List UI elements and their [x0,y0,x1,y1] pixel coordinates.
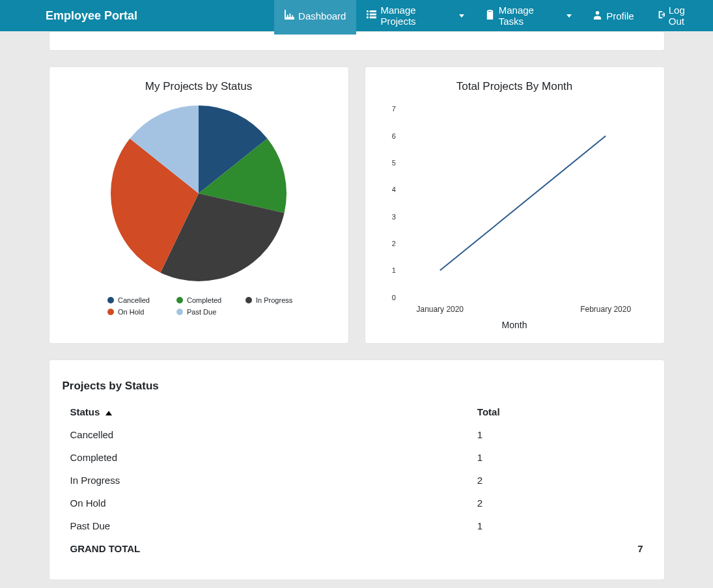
y-tick-label: 3 [391,213,395,221]
cell-total: 2 [469,469,651,492]
legend-label: Past Due [187,308,216,316]
table-row[interactable]: On Hold2 [63,492,651,514]
chevron-down-icon [566,14,572,18]
legend-item-in-progress[interactable]: In Progress [245,296,298,304]
pie-card: My Projects by Status CancelledCompleted… [49,66,349,344]
line-chart[interactable]: 01234567January 2020February 2020 [378,102,651,317]
clipboard-check-icon [485,10,495,21]
y-tick-label: 4 [391,186,395,193]
legend-label: In Progress [256,296,292,304]
nav-label: Manage Projects [380,5,452,27]
cell-status: In Progress [63,469,469,492]
cell-status: Cancelled [63,423,469,446]
nav-item-profile[interactable]: Profile [582,0,645,35]
legend-item-past-due[interactable]: Past Due [176,308,229,316]
nav-items: DashboardManage ProjectsManage TasksProf… [274,0,713,35]
cell-status: Past Due [63,514,469,537]
sign-out-icon [655,10,665,21]
table-card: Projects by Status Status Total Cancelle… [49,359,665,580]
table-row[interactable]: Past Due1 [63,514,651,537]
table-footer-row: GRAND TOTAL 7 [63,537,651,560]
y-tick-label: 5 [391,159,395,167]
cell-total: 1 [469,423,651,446]
nav-label: Log Out [669,5,703,27]
projects-table: Status Total Cancelled1Completed1In Prog… [63,400,651,560]
legend-label: Completed [187,296,221,304]
footer-label: GRAND TOTAL [63,537,469,560]
nav-label: Profile [606,10,634,21]
line-series[interactable] [440,136,605,271]
legend-swatch [176,297,183,303]
table-row[interactable]: Completed1 [63,446,651,469]
list-icon [367,10,376,21]
y-tick-label: 1 [391,266,395,274]
legend-item-on-hold[interactable]: On Hold [107,308,160,316]
col-status-header[interactable]: Status [63,400,469,423]
x-tick-label: January 2020 [416,305,464,314]
x-tick-label: February 2020 [580,305,631,314]
col-status-label: Status [70,406,100,417]
col-total-header[interactable]: Total [469,400,651,423]
nav-item-manage-tasks[interactable]: Manage Tasks [475,0,582,35]
legend-label: Cancelled [118,296,150,304]
y-tick-label: 7 [391,105,395,113]
table-title: Projects by Status [63,380,651,393]
cell-total: 1 [469,514,651,537]
navbar: Employee Portal DashboardManage Projects… [0,0,713,31]
y-tick-label: 2 [391,240,395,247]
chart-line-icon [285,10,294,21]
brand-title[interactable]: Employee Portal [7,9,176,23]
legend-item-completed[interactable]: Completed [176,296,229,304]
legend-swatch [107,309,114,315]
legend-swatch [245,297,252,303]
legend-item-cancelled[interactable]: Cancelled [107,296,160,304]
nav-item-manage-projects[interactable]: Manage Projects [356,0,474,35]
line-chart-title: Total Projects By Month [378,80,651,93]
legend-swatch [107,297,114,303]
legend-swatch [176,309,183,315]
cell-status: Completed [63,446,469,469]
pie-chart-title: My Projects by Status [63,80,335,93]
cell-total: 2 [469,492,651,514]
cell-total: 1 [469,446,651,469]
chevron-down-icon [459,14,464,18]
nav-label: Manage Tasks [499,5,560,27]
y-tick-label: 6 [391,132,395,140]
legend-label: On Hold [118,308,144,316]
table-row[interactable]: In Progress2 [63,469,651,492]
pie-chart[interactable] [107,102,290,285]
table-row[interactable]: Cancelled1 [63,423,651,446]
pie-legend: CancelledCompletedIn ProgressOn HoldPast… [94,285,303,316]
nav-label: Dashboard [298,10,346,21]
line-x-axis-label: Month [378,320,651,330]
cell-status: On Hold [63,492,469,514]
user-icon [593,10,602,21]
footer-total: 7 [469,537,651,560]
line-card: Total Projects By Month 01234567January … [365,66,665,344]
nav-item-dashboard[interactable]: Dashboard [274,0,356,35]
y-tick-label: 0 [391,294,395,301]
sort-asc-icon [105,411,112,415]
nav-item-log-out[interactable]: Log Out [645,0,713,35]
